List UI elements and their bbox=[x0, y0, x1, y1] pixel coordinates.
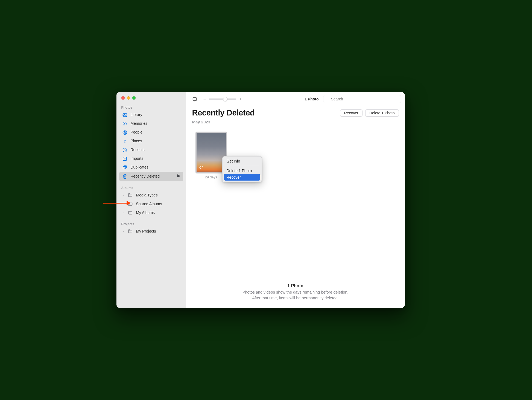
zoom-slider-thumb[interactable] bbox=[223, 97, 227, 101]
duplicates-icon bbox=[122, 165, 128, 170]
sidebar-item-my-projects[interactable]: › My Projects bbox=[119, 227, 183, 236]
zoom-out-button[interactable]: – bbox=[204, 96, 206, 102]
context-menu: Get Info Delete 1 Photo Recover bbox=[222, 156, 262, 182]
footer-line-1: Photos and videos show the days remainin… bbox=[192, 289, 399, 295]
menu-delete-photo[interactable]: Delete 1 Photo bbox=[224, 167, 260, 174]
menu-recover[interactable]: Recover bbox=[224, 174, 260, 181]
section-title-photos: Photos bbox=[119, 106, 183, 111]
svg-rect-18 bbox=[128, 230, 130, 230]
chevron-right-icon: › bbox=[122, 229, 125, 233]
sidebar-item-label: Imports bbox=[131, 156, 144, 161]
unlocked-icon bbox=[176, 173, 180, 179]
thumbnail-image bbox=[197, 133, 226, 172]
sidebar-item-media-types[interactable]: › Media Types bbox=[119, 191, 183, 200]
sidebar-item-label: Memories bbox=[131, 121, 147, 126]
section-title-projects: Projects bbox=[119, 222, 183, 227]
sidebar-item-label: Library bbox=[131, 112, 142, 118]
annotation-arrow bbox=[103, 201, 131, 205]
sidebar-item-duplicates[interactable]: Duplicates bbox=[119, 163, 183, 172]
photo-count-label: 1 Photo bbox=[305, 97, 318, 101]
aspect-toggle-button[interactable] bbox=[190, 96, 199, 102]
sidebar-item-label: People bbox=[131, 130, 143, 135]
svg-rect-17 bbox=[128, 230, 132, 233]
zoom-window-button[interactable] bbox=[132, 96, 136, 100]
sidebar-item-memories[interactable]: Memories bbox=[119, 119, 183, 128]
section-title-albums: Albums bbox=[119, 186, 183, 191]
toolbar: – + 1 Photo bbox=[186, 92, 405, 106]
footer: 1 Photo Photos and videos show the days … bbox=[192, 275, 399, 304]
zoom-slider[interactable] bbox=[209, 98, 236, 100]
svg-rect-11 bbox=[128, 194, 132, 197]
sidebar-item-label: Duplicates bbox=[131, 165, 148, 170]
sidebar-item-label: Media Types bbox=[136, 193, 158, 198]
month-header: May 2023 bbox=[192, 120, 399, 124]
places-icon bbox=[122, 138, 128, 144]
people-icon bbox=[122, 130, 128, 135]
close-window-button[interactable] bbox=[121, 96, 125, 100]
svg-point-4 bbox=[124, 131, 125, 133]
main-panel: – + 1 Photo Recently Delete bbox=[186, 92, 405, 308]
sidebar-item-label: Recently Deleted bbox=[131, 174, 160, 179]
window-controls bbox=[119, 95, 183, 100]
days-remaining-label: 29 days bbox=[197, 175, 226, 179]
sidebar-item-recently-deleted[interactable]: Recently Deleted bbox=[119, 172, 183, 181]
sidebar: Photos Library Memories People bbox=[116, 92, 186, 308]
sidebar-item-library[interactable]: Library bbox=[119, 111, 183, 119]
content-area: Recently Deleted Recover Delete 1 Photo … bbox=[186, 106, 405, 308]
heart-icon bbox=[198, 165, 203, 170]
chevron-right-icon: › bbox=[122, 193, 125, 197]
sidebar-item-label: Places bbox=[131, 138, 142, 144]
sidebar-item-recents[interactable]: Recents bbox=[119, 146, 183, 154]
trash-icon bbox=[122, 174, 128, 179]
sidebar-item-imports[interactable]: Imports bbox=[119, 154, 183, 163]
library-icon bbox=[122, 112, 128, 118]
search-input[interactable] bbox=[323, 95, 401, 103]
footer-line-2: After that time, items will be permanent… bbox=[192, 295, 399, 301]
svg-rect-10 bbox=[177, 175, 179, 177]
svg-rect-9 bbox=[124, 166, 127, 168]
zoom-in-button[interactable]: + bbox=[239, 96, 242, 102]
chevron-right-icon: › bbox=[122, 211, 125, 215]
footer-count: 1 Photo bbox=[192, 283, 399, 288]
photo-thumbnail[interactable]: 29 days bbox=[197, 133, 226, 179]
zoom-slider-group: – + bbox=[204, 96, 242, 102]
app-window: Photos Library Memories People bbox=[116, 92, 405, 308]
svg-rect-12 bbox=[128, 193, 130, 194]
folder-icon bbox=[127, 229, 133, 234]
imports-icon bbox=[122, 156, 128, 161]
folder-icon bbox=[127, 210, 133, 216]
recover-button[interactable]: Recover bbox=[340, 109, 363, 117]
sidebar-item-label: Recents bbox=[131, 147, 145, 153]
sidebar-item-label: My Albums bbox=[136, 210, 155, 216]
sidebar-item-label: Shared Albums bbox=[136, 201, 162, 207]
svg-rect-19 bbox=[193, 98, 196, 101]
delete-photo-button[interactable]: Delete 1 Photo bbox=[365, 109, 399, 117]
memories-icon bbox=[122, 121, 128, 126]
page-title: Recently Deleted bbox=[192, 108, 255, 117]
menu-get-info[interactable]: Get Info bbox=[224, 158, 260, 164]
menu-separator bbox=[225, 166, 259, 166]
svg-rect-15 bbox=[128, 212, 132, 215]
clock-icon bbox=[122, 147, 128, 153]
folder-icon bbox=[127, 193, 133, 198]
svg-rect-16 bbox=[128, 211, 130, 211]
sidebar-item-my-albums[interactable]: › My Albums bbox=[119, 208, 183, 217]
sidebar-item-label: My Projects bbox=[136, 229, 156, 234]
svg-point-5 bbox=[124, 140, 125, 141]
sidebar-item-people[interactable]: People bbox=[119, 128, 183, 137]
minimize-window-button[interactable] bbox=[127, 96, 130, 100]
svg-rect-8 bbox=[123, 166, 126, 169]
sidebar-item-places[interactable]: Places bbox=[119, 137, 183, 146]
